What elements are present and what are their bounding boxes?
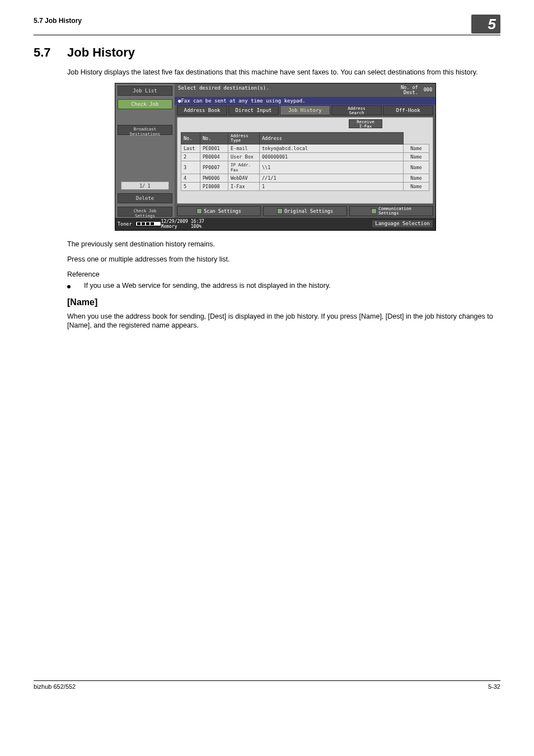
communication-settings-button[interactable]: Communication Settings [349, 206, 433, 216]
section-number: 5.7 [34, 45, 67, 60]
bluebar-msg: ●Fax can be sent at any time using keypa… [175, 97, 435, 105]
status-memory-pct: 100% [191, 224, 204, 229]
communication-settings-icon [371, 208, 377, 214]
th-address-type: Address Type [228, 132, 260, 144]
bullet-icon [67, 285, 71, 288]
footer-left: bizhub 652/552 [34, 683, 76, 690]
delete-button[interactable]: Delete [118, 193, 172, 203]
table-row[interactable]: LastPE0001E-mailtokyo@abcd.localName [181, 144, 429, 152]
scan-settings-button[interactable]: Scan Settings [177, 206, 261, 216]
toner-label: Toner [118, 221, 132, 227]
running-head-text: 5.7 Job History [34, 17, 82, 25]
check-job-button[interactable]: Check Job [118, 99, 172, 109]
status-date: 12/29/2009 [161, 219, 188, 224]
header-msg: Select desired destination(s). [178, 85, 269, 95]
page-indicator: 1/ 1 [121, 181, 169, 190]
embedded-screenshot: Job List Check Job Broadcast Destination… [115, 83, 436, 231]
job-list-button[interactable]: Job List [118, 86, 172, 96]
original-settings-icon [277, 208, 283, 214]
running-head: 5.7 Job History 5 [34, 17, 500, 35]
table-row[interactable]: 2PB0004User Box000000001Name [181, 152, 429, 161]
chapter-badge: 5 [471, 15, 500, 34]
name-button[interactable]: Name [404, 161, 429, 174]
tab-direct-input[interactable]: Direct Input [228, 105, 279, 115]
name-button[interactable]: Name [404, 174, 429, 182]
th-address: Address [260, 132, 404, 144]
receive-ifax-button[interactable]: Receive I-Fax [349, 119, 382, 128]
check-job-settings-button[interactable]: Check Job Settings [118, 207, 172, 217]
name-subheading: [Name] [67, 297, 500, 307]
tab-address-book[interactable]: Address Book [177, 105, 227, 115]
th-no-b: No. [200, 132, 228, 144]
page-footer: bizhub 652/552 5-32 [34, 680, 500, 690]
th-no-a: No. [181, 132, 200, 144]
reference-label: Reference [67, 270, 500, 279]
para-prev-dest: The previously sent destination history … [67, 240, 500, 249]
language-selection-button[interactable]: Language Selection [372, 220, 433, 228]
name-body: When you use the address book for sendin… [67, 312, 500, 331]
name-button[interactable]: Name [404, 144, 429, 152]
section-title: Job History [67, 45, 135, 60]
broadcast-dest-button[interactable]: Broadcast Destinations [118, 125, 172, 135]
table-row[interactable]: 3PP0007IP Addr. Fax\\1Name [181, 161, 429, 174]
history-table: No. No. Address Type Address LastPE0001E… [181, 132, 429, 191]
intro-paragraph: Job History displays the latest five fax… [67, 68, 500, 77]
original-settings-button[interactable]: Original Settings [263, 206, 347, 216]
status-time: 16:37 [191, 219, 204, 224]
dest-count-value: 000 [424, 87, 432, 92]
dest-count-label: No. of Dest. [401, 85, 418, 95]
name-button[interactable]: Name [404, 152, 429, 161]
tab-off-hook[interactable]: Off-Hook [383, 105, 433, 115]
footer-right: 5-32 [488, 683, 500, 690]
status-memory-label: Memory [161, 224, 188, 229]
tab-job-history[interactable]: Job History [280, 105, 330, 115]
para-press-addr: Press one or multiple addresses from the… [67, 255, 500, 264]
toner-gauge [135, 221, 161, 226]
name-button[interactable]: Name [404, 182, 429, 190]
table-row[interactable]: 4PW0006WebDAV//1/1Name [181, 174, 429, 182]
section-heading: 5.7 Job History [34, 45, 500, 60]
table-row[interactable]: 5PI0008I-Fax1Name [181, 182, 429, 190]
tab-address-search[interactable]: Address Search [331, 105, 382, 115]
reference-bullet: If you use a Web service for sending, th… [67, 282, 500, 290]
scan-settings-icon [196, 208, 202, 214]
